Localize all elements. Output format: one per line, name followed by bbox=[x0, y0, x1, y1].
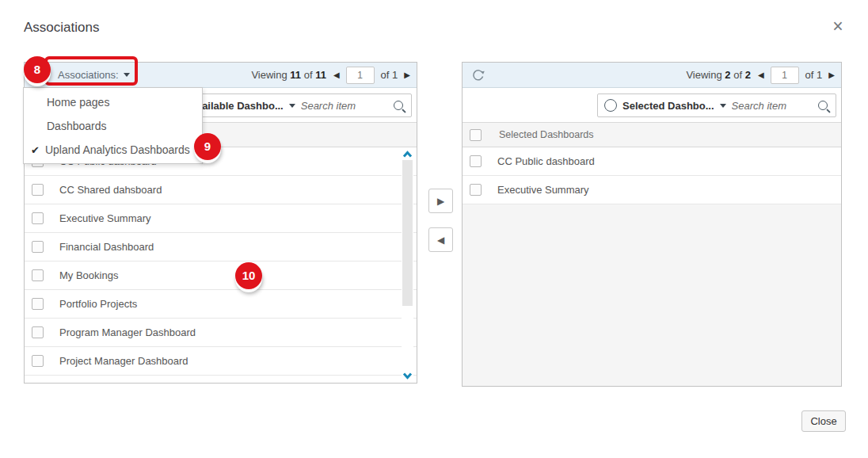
list-item[interactable]: Financial Dashboard bbox=[25, 233, 417, 261]
menu-item-dashboards[interactable]: Dashboards bbox=[24, 114, 202, 138]
triangle-right-icon: ▶ bbox=[437, 196, 444, 207]
left-filter-dropdown[interactable]: Available Dashbo... bbox=[189, 100, 284, 112]
menu-item-label: Upland Analytics Dashboards bbox=[45, 143, 190, 156]
right-filter-dropdown[interactable]: Selected Dashbo... bbox=[622, 100, 714, 112]
chevron-down-icon bbox=[289, 104, 295, 108]
triangle-left-icon: ◀ bbox=[437, 235, 444, 246]
item-label: CC Shared dahsboard bbox=[59, 184, 162, 196]
chevron-down-icon bbox=[124, 73, 130, 77]
list-item[interactable]: Executive Summary bbox=[463, 176, 841, 204]
viewing-current: 2 bbox=[725, 69, 730, 81]
associations-type-menu: Home pages Dashboards ✔ Upland Analytics… bbox=[23, 87, 203, 164]
prev-page-icon[interactable]: ◀ bbox=[758, 71, 764, 79]
menu-item-home-pages[interactable]: Home pages bbox=[24, 90, 202, 114]
scroll-up-icon[interactable] bbox=[402, 148, 413, 159]
right-viewing-status: Viewing 2 of 2 bbox=[686, 69, 750, 81]
viewing-word: Viewing bbox=[686, 69, 721, 81]
info-icon[interactable] bbox=[604, 99, 617, 112]
move-left-button[interactable]: ◀ bbox=[428, 227, 453, 252]
close-button[interactable]: Close bbox=[801, 410, 846, 432]
search-icon[interactable] bbox=[818, 101, 828, 110]
list-item[interactable]: CC Shared dahsboard bbox=[25, 176, 417, 204]
annotation-badge-9: 9 bbox=[194, 133, 221, 160]
prev-page-icon[interactable]: ◀ bbox=[333, 71, 340, 79]
item-checkbox[interactable] bbox=[32, 298, 44, 310]
item-checkbox[interactable] bbox=[32, 355, 44, 367]
right-panel-header: Viewing 2 of 2 ◀ of 1 ▶ bbox=[463, 63, 841, 88]
menu-item-upland-analytics-dashboards[interactable]: ✔ Upland Analytics Dashboards bbox=[24, 138, 202, 162]
associations-type-dropdown-trigger[interactable]: Associations: bbox=[58, 69, 130, 81]
next-page-icon[interactable]: ▶ bbox=[828, 71, 835, 79]
left-list: CC Public dashboard CC Shared dahsboard … bbox=[25, 147, 417, 383]
viewing-word: Viewing bbox=[251, 69, 287, 81]
viewing-current: 11 bbox=[290, 69, 301, 81]
item-label: CC Public dashboard bbox=[497, 155, 595, 167]
item-checkbox[interactable] bbox=[32, 241, 44, 253]
right-list-empty-area bbox=[463, 204, 841, 386]
right-page-of-label: of 1 bbox=[805, 69, 823, 81]
item-label: My Bookings bbox=[59, 269, 118, 281]
associations-type-label: Associations: bbox=[58, 69, 119, 81]
dialog-close-icon[interactable]: × bbox=[827, 16, 849, 38]
search-icon[interactable] bbox=[394, 101, 403, 110]
right-page-input[interactable] bbox=[771, 67, 799, 84]
viewing-total: 2 bbox=[745, 69, 751, 81]
list-item[interactable]: Portfolio Projects bbox=[25, 290, 417, 319]
right-select-all-checkbox[interactable] bbox=[470, 129, 482, 141]
viewing-of: of bbox=[304, 69, 313, 81]
right-search-input[interactable] bbox=[732, 100, 813, 112]
selected-items-panel: Viewing 2 of 2 ◀ of 1 ▶ Selected Dashbo.… bbox=[462, 62, 842, 387]
item-label: Program Manager Dashboard bbox=[59, 326, 196, 338]
dialog-title: Associations bbox=[24, 20, 99, 36]
scrollbar-thumb[interactable] bbox=[402, 160, 413, 306]
annotation-badge-10: 10 bbox=[235, 262, 262, 289]
menu-item-label: Home pages bbox=[47, 96, 109, 109]
right-pager: ◀ of 1 ▶ bbox=[758, 67, 835, 84]
move-right-button[interactable]: ▶ bbox=[428, 189, 453, 213]
left-list-scrollbar[interactable] bbox=[402, 147, 413, 383]
viewing-total: 11 bbox=[315, 69, 326, 81]
annotation-badge-8: 8 bbox=[24, 56, 51, 83]
item-checkbox[interactable] bbox=[32, 184, 44, 196]
list-item[interactable]: Project Manager Dashboard bbox=[25, 347, 417, 376]
item-checkbox[interactable] bbox=[470, 155, 482, 167]
right-list: CC Public dashboard Executive Summary bbox=[463, 147, 841, 386]
left-page-of-label: of 1 bbox=[381, 69, 398, 81]
item-label: Financial Dashboard bbox=[59, 241, 154, 253]
right-search-box: Selected Dashbo... bbox=[597, 94, 836, 117]
right-list-header-label: Selected Dashboards bbox=[499, 129, 594, 140]
menu-item-label: Dashboards bbox=[47, 120, 107, 132]
chevron-down-icon bbox=[720, 104, 726, 108]
item-checkbox[interactable] bbox=[32, 212, 44, 224]
item-label: Executive Summary bbox=[59, 212, 151, 224]
list-item[interactable]: My Bookings bbox=[25, 261, 417, 290]
list-item[interactable]: Executive Summary bbox=[25, 204, 417, 233]
left-search-input[interactable] bbox=[301, 100, 388, 112]
item-label: Executive Summary bbox=[497, 184, 589, 196]
item-checkbox[interactable] bbox=[470, 184, 482, 196]
left-pager: ◀ of 1 ▶ bbox=[333, 67, 410, 84]
list-item-partial[interactable] bbox=[25, 376, 417, 383]
left-search-box: Available Dashbo... bbox=[182, 94, 412, 117]
checkmark-icon: ✔ bbox=[31, 144, 40, 156]
right-list-header: Selected Dashboards bbox=[463, 123, 841, 147]
item-checkbox[interactable] bbox=[32, 269, 44, 281]
viewing-of: of bbox=[733, 69, 742, 81]
list-item[interactable]: CC Public dashboard bbox=[463, 147, 841, 176]
left-viewing-status: Viewing 11 of 11 bbox=[251, 69, 326, 81]
item-label: Project Manager Dashboard bbox=[59, 355, 188, 367]
right-filter-row: Selected Dashbo... bbox=[463, 88, 841, 123]
scroll-down-icon[interactable] bbox=[402, 370, 413, 381]
item-label: Portfolio Projects bbox=[59, 298, 137, 310]
item-checkbox[interactable] bbox=[32, 326, 44, 338]
left-panel-header: Associations: Viewing 11 of 11 ◀ of 1 ▶ bbox=[25, 63, 417, 88]
refresh-icon[interactable] bbox=[470, 67, 486, 83]
next-page-icon[interactable]: ▶ bbox=[404, 71, 410, 79]
left-page-input[interactable] bbox=[346, 67, 375, 84]
list-item[interactable]: Program Manager Dashboard bbox=[25, 319, 417, 347]
